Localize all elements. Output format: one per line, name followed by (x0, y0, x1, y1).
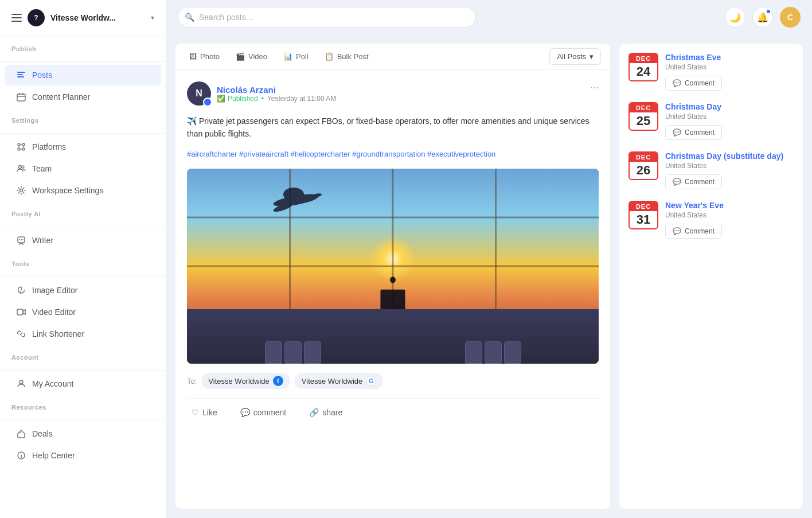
team-label: Team (32, 164, 52, 173)
platforms-label: Platforms (32, 142, 66, 151)
hamburger-menu[interactable] (11, 14, 22, 22)
sidebar-item-video-editor[interactable]: Video Editor (5, 302, 161, 322)
holiday-item-0: Dec 24 Christmas Eve United States 💬 Com… (628, 53, 794, 91)
holidays-panel: Dec 24 Christmas Eve United States 💬 Com… (619, 44, 803, 509)
dark-mode-toggle[interactable]: 🌙 (725, 7, 745, 28)
workspace-header[interactable]: ? Vitesse Worldw... ▾ (0, 0, 166, 36)
sidebar-item-deals[interactable]: Deals (5, 423, 161, 444)
platform-badge (203, 98, 212, 107)
workspace-name: Vitesse Worldw... (50, 13, 145, 22)
user-avatar[interactable]: C (780, 7, 801, 28)
account-section: Account (0, 345, 166, 368)
like-button[interactable]: ♡ Like (187, 406, 222, 419)
bulk-icon: 📋 (325, 52, 334, 61)
create-video-btn[interactable]: 🎬 Video (231, 50, 272, 63)
google-icon: G (366, 376, 376, 386)
sidebar-item-my-account[interactable]: My Account (5, 373, 161, 394)
create-poll-btn[interactable]: 📊 Poll (279, 50, 313, 63)
search-bar: 🔍 (178, 7, 476, 28)
holiday-comment-btn-1[interactable]: 💬 Comment (665, 125, 722, 140)
sidebar-item-workspace-settings[interactable]: Workspace Settings (5, 180, 161, 201)
publish-section-label: Publish (11, 45, 154, 52)
holiday-day-3: 31 (637, 211, 650, 228)
holiday-comment-label-3: Comment (685, 227, 715, 235)
holiday-comment-btn-2[interactable]: 💬 Comment (665, 174, 722, 189)
postly-ai-section: Postly AI (0, 201, 166, 224)
sidebar-item-team[interactable]: Team (5, 158, 161, 179)
google-destination[interactable]: Vitesse Worldwide G (295, 373, 383, 389)
feed-toolbar: 🖼 Photo 🎬 Video 📊 Poll 📋 Bulk Post (175, 44, 610, 70)
sidebar-item-platforms[interactable]: Platforms (5, 137, 161, 157)
svg-rect-2 (17, 76, 24, 77)
create-bulk-btn[interactable]: 📋 Bulk Post (320, 50, 373, 63)
post-image (187, 169, 599, 364)
svg-point-21 (22, 239, 24, 240)
sidebar-item-image-editor[interactable]: Image Editor (5, 280, 161, 301)
notifications-button[interactable]: 🔔 (752, 7, 773, 28)
holiday-comment-btn-3[interactable]: 💬 Comment (665, 224, 722, 239)
video-label: Video (248, 52, 267, 61)
share-button[interactable]: 🔗 share (304, 406, 347, 419)
google-destination-name: Vitesse Worldwide (302, 377, 362, 385)
content-planner-label: Content Planner (32, 92, 90, 102)
svg-rect-0 (17, 72, 25, 73)
create-buttons: 🖼 Photo 🎬 Video 📊 Poll 📋 Bulk Post (185, 50, 373, 63)
holiday-comment-label-0: Comment (685, 79, 715, 87)
holiday-item-1: Dec 25 Christmas Day United States 💬 Com… (628, 102, 794, 140)
svg-point-8 (22, 143, 25, 146)
svg-point-37 (390, 276, 396, 283)
more-options-icon[interactable]: ··· (590, 81, 599, 94)
holiday-comment-btn-0[interactable]: 💬 Comment (665, 76, 722, 91)
search-icon: 🔍 (185, 13, 194, 22)
poll-label: Poll (296, 52, 309, 61)
posts-label: Posts (32, 71, 52, 80)
post-destinations: To: Vitesse Worldwide f Vitesse Worldwid… (187, 373, 599, 389)
search-input[interactable] (178, 7, 476, 28)
svg-point-24 (19, 432, 21, 433)
settings-section: Settings (0, 108, 166, 131)
share-icon: 🔗 (309, 408, 319, 417)
topbar-actions: 🌙 🔔 C (725, 7, 801, 28)
photo-label: Photo (200, 52, 220, 61)
holiday-month-0: Dec (630, 54, 657, 63)
create-photo-btn[interactable]: 🖼 Photo (185, 50, 224, 63)
holiday-month-3: Dec (630, 202, 657, 211)
filter-chevron-icon: ▾ (590, 52, 594, 61)
sidebar-item-content-planner[interactable]: Content Planner (5, 87, 161, 107)
workspace-dropdown-icon[interactable]: ▾ (151, 14, 154, 22)
calendar-icon (16, 92, 26, 102)
holiday-info-0: Christmas Eve United States 💬 Comment (665, 53, 794, 91)
comment-bubble-icon-0: 💬 (673, 79, 681, 87)
filter-dropdown[interactable]: All Posts ▾ (549, 48, 601, 65)
image-editor-icon (16, 285, 26, 295)
postly-ai-section-label: Postly AI (11, 211, 154, 217)
svg-point-19 (19, 239, 20, 240)
image-editor-label: Image Editor (32, 286, 77, 295)
sidebar-item-writer[interactable]: Writer (5, 230, 161, 251)
published-badge: ✅ Published (217, 95, 258, 103)
holiday-country-2: United States (665, 162, 794, 170)
writer-icon (16, 235, 26, 246)
holiday-date-badge-0: Dec 24 (628, 53, 658, 81)
facebook-destination[interactable]: Vitesse Worldwide f (201, 373, 290, 389)
holiday-name-0: Christmas Eve (665, 53, 794, 62)
account-section-label: Account (11, 354, 154, 361)
author-name: Nicolás Arzani (217, 85, 336, 95)
help-center-label: Help Center (32, 451, 75, 460)
holiday-info-3: New Year's Eve United States 💬 Comment (665, 201, 794, 239)
post-header: N Nicolás Arzani ✅ Published • (187, 81, 599, 106)
share-label: share (322, 408, 342, 417)
holiday-comment-label-1: Comment (685, 128, 715, 137)
sidebar-item-help-center[interactable]: i Help Center (5, 445, 161, 466)
sidebar-item-link-shortener[interactable]: Link Shortener (5, 324, 161, 344)
post-card: N Nicolás Arzani ✅ Published • (175, 70, 610, 509)
sidebar-item-posts[interactable]: Posts (5, 65, 161, 85)
sidebar: ? Vitesse Worldw... ▾ Publish Posts Cont… (0, 0, 166, 518)
platforms-icon (16, 142, 26, 152)
comment-button[interactable]: 💬 comment (236, 406, 291, 419)
main-area: 🔍 🌙 🔔 C 🖼 Photo (166, 0, 812, 518)
video-icon: 🎬 (236, 52, 245, 61)
like-label: Like (202, 408, 217, 417)
holiday-item-2: Dec 26 Christmas Day (substitute day) Un… (628, 151, 794, 189)
link-shortener-icon (16, 329, 26, 339)
